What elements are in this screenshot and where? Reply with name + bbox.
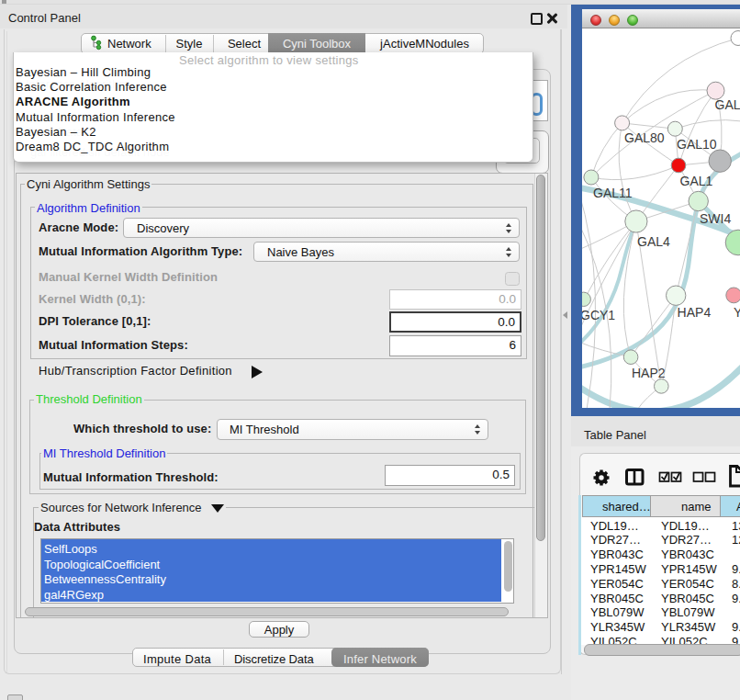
svg-text:HAP4: HAP4 [678,305,712,320]
svg-text:SWI4: SWI4 [700,211,731,226]
svg-text:Y: Y [734,305,740,320]
svg-text:GAL11: GAL11 [593,186,633,200]
svg-text:GAL8: GAL8 [715,97,740,112]
svg-text:GAL1: GAL1 [680,174,713,188]
svg-text:GAL4: GAL4 [637,234,670,249]
svg-text:GAL10: GAL10 [677,136,717,151]
svg-text:GAL80: GAL80 [624,130,665,144]
svg-text:HAP2: HAP2 [632,366,666,380]
svg-text:GCY1: GCY1 [582,308,615,322]
